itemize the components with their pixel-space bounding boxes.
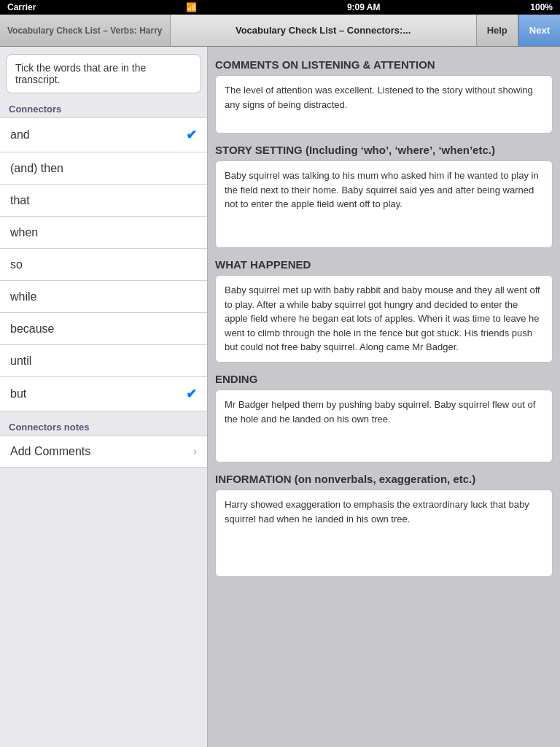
time-display: 9:09 AM bbox=[347, 2, 381, 12]
connector-item-when[interactable]: when bbox=[0, 216, 207, 248]
section-information-title: INFORMATION (on nonverbals, exaggeration… bbox=[215, 473, 553, 485]
connectors-header-label: Connectors bbox=[9, 104, 61, 115]
status-bar: Carrier 📶 9:09 AM 100% bbox=[0, 0, 560, 15]
connector-item-so[interactable]: so bbox=[0, 248, 207, 280]
connector-item-that[interactable]: that bbox=[0, 184, 207, 216]
carrier-text: Carrier bbox=[7, 2, 36, 12]
battery-indicator: 100% bbox=[530, 2, 553, 12]
tab-connectors[interactable]: Vocabulary Check List – Connectors:... bbox=[171, 15, 476, 46]
connectors-notes-label: Connectors notes bbox=[9, 422, 90, 433]
connector-label-and-then: (and) then bbox=[10, 162, 63, 175]
connector-item-while[interactable]: while bbox=[0, 280, 207, 312]
connector-list: and ✔ (and) then that when so while bbox=[0, 117, 207, 411]
help-button[interactable]: Help bbox=[476, 15, 518, 46]
wifi-icon: 📶 bbox=[186, 2, 197, 12]
section-story-setting-title: STORY SETTING (Including ‘who’, ‘where’,… bbox=[215, 144, 553, 156]
section-listening-title: COMMENTS ON LISTENING & ATTENTION bbox=[215, 58, 553, 71]
instruction-text: Tick the words that are in the transcrip… bbox=[15, 62, 146, 85]
add-comments-label: Add Comments bbox=[10, 445, 90, 458]
tab-verbs-label: Vocabulary Check List – Verbs: Harry bbox=[7, 26, 163, 36]
section-what-happened-title: WHAT HAPPENED bbox=[215, 258, 553, 271]
next-label: Next bbox=[529, 25, 550, 36]
ending-comment-box: Mr Badger helped them by pushing baby sq… bbox=[215, 390, 553, 462]
listening-comment-box: The level of attention was excellent. Li… bbox=[215, 75, 553, 133]
section-information: INFORMATION (on nonverbals, exaggeration… bbox=[215, 473, 553, 577]
instruction-box: Tick the words that are in the transcrip… bbox=[6, 54, 201, 93]
section-story-setting: STORY SETTING (Including ‘who’, ‘where’,… bbox=[215, 144, 553, 248]
connector-label-until: until bbox=[10, 355, 31, 368]
connector-item-and[interactable]: and ✔ bbox=[0, 117, 207, 152]
connector-item-until[interactable]: until bbox=[0, 344, 207, 376]
connector-label-so: so bbox=[10, 258, 23, 271]
next-button[interactable]: Next bbox=[518, 15, 560, 46]
main-layout: Tick the words that are in the transcrip… bbox=[0, 47, 560, 747]
section-ending-title: ENDING bbox=[215, 373, 553, 385]
add-comments-button[interactable]: Add Comments › bbox=[0, 436, 207, 468]
connector-label-because: because bbox=[10, 322, 55, 336]
information-comment-box: Harry showed exaggeration to emphasis th… bbox=[215, 489, 553, 577]
section-what-happened: WHAT HAPPENED Baby squirrel met up with … bbox=[215, 258, 553, 363]
connector-label-that: that bbox=[10, 194, 30, 207]
nav-bar: Vocabulary Check List – Verbs: Harry Voc… bbox=[0, 15, 560, 47]
section-ending: ENDING Mr Badger helped them by pushing … bbox=[215, 373, 553, 462]
connector-label-while: while bbox=[10, 290, 36, 303]
tab-connectors-label: Vocabulary Check List – Connectors:... bbox=[236, 25, 411, 36]
tab-verbs[interactable]: Vocabulary Check List – Verbs: Harry bbox=[0, 15, 171, 46]
connector-item-but[interactable]: but ✔ bbox=[0, 376, 207, 411]
what-happened-comment-box: Baby squirrel met up with baby rabbit an… bbox=[215, 275, 553, 363]
left-panel: Tick the words that are in the transcrip… bbox=[0, 47, 208, 747]
story-setting-comment-box: Baby squirrel was talking to his mum who… bbox=[215, 160, 553, 248]
connector-item-because[interactable]: because bbox=[0, 312, 207, 344]
section-listening: COMMENTS ON LISTENING & ATTENTION The le… bbox=[215, 58, 553, 133]
connectors-notes-header: Connectors notes bbox=[0, 411, 207, 436]
connector-label-and: and bbox=[10, 128, 30, 142]
connector-label-but: but bbox=[10, 387, 26, 400]
connectors-section-header: Connectors bbox=[0, 99, 207, 117]
right-panel: COMMENTS ON LISTENING & ATTENTION The le… bbox=[208, 47, 560, 747]
connector-item-and-then[interactable]: (and) then bbox=[0, 152, 207, 184]
checkmark-and: ✔ bbox=[186, 127, 197, 143]
checkmark-but: ✔ bbox=[186, 386, 197, 402]
connector-label-when: when bbox=[10, 226, 38, 239]
help-label: Help bbox=[487, 25, 508, 36]
chevron-right-icon: › bbox=[193, 445, 197, 458]
